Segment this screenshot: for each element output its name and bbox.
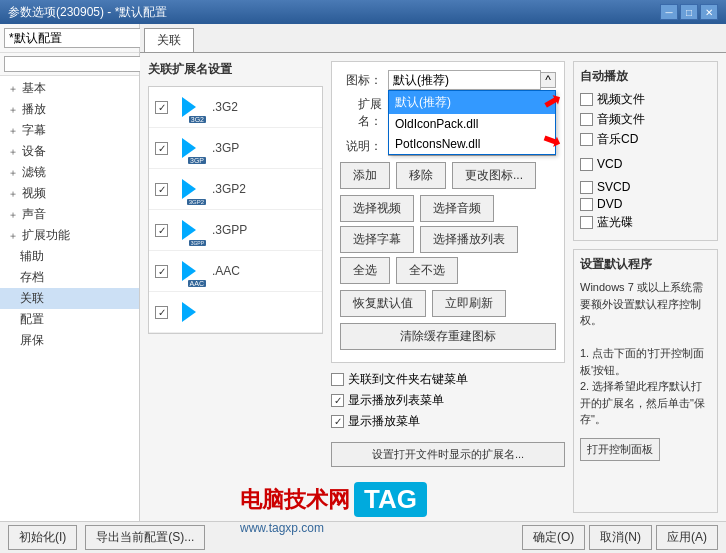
icon-dropdown[interactable]: [388, 70, 541, 90]
list-item[interactable]: AAC .AAC: [149, 251, 322, 292]
auto-vcd-checkbox[interactable]: [580, 158, 593, 171]
expand-icon: ＋: [8, 145, 18, 159]
sidebar-item-association[interactable]: 关联: [0, 288, 139, 309]
auto-svcd-checkbox[interactable]: [580, 181, 593, 194]
sidebar-item-screensaver[interactable]: 屏保: [0, 330, 139, 351]
auto-audio-checkbox[interactable]: [580, 113, 593, 126]
sidebar-item-subtitle[interactable]: ＋ 字幕: [0, 120, 139, 141]
init-button[interactable]: 初始化(I): [8, 525, 77, 550]
icon-settings-panel: 图标： ^ 默认(推荐) OldIconPack.dll PotIconsNew…: [331, 61, 565, 363]
file-ext: .3GPP: [212, 223, 247, 237]
file-checkbox[interactable]: [155, 142, 168, 155]
watermark: 电脑技术网 TAG www.tagxp.com: [240, 482, 427, 517]
dropdown-option-pot[interactable]: PotIconsNew.dll: [389, 134, 555, 154]
sidebar-item-basic[interactable]: ＋ 基本: [0, 78, 139, 99]
list-item[interactable]: 3GPP .3GPP: [149, 210, 322, 251]
dropdown-option-old[interactable]: OldIconPack.dll: [389, 114, 555, 134]
minimize-button[interactable]: ─: [660, 4, 678, 20]
sidebar-item-video[interactable]: ＋ 视频: [0, 183, 139, 204]
play-icon: [182, 302, 196, 322]
add-button[interactable]: 添加: [340, 162, 390, 189]
maximize-button[interactable]: □: [680, 4, 698, 20]
cancel-button[interactable]: 取消(N): [589, 525, 652, 550]
select-subtitle-button[interactable]: 选择字幕: [340, 226, 414, 253]
file-checkbox[interactable]: [155, 265, 168, 278]
auto-cd-checkbox[interactable]: [580, 133, 593, 146]
sidebar-item-extensions[interactable]: ＋ 扩展功能: [0, 225, 139, 246]
list-item[interactable]: 3GP .3GP: [149, 128, 322, 169]
select-audio-button[interactable]: 选择音频: [420, 195, 494, 222]
sidebar-item-device[interactable]: ＋ 设备: [0, 141, 139, 162]
auto-cd-label: 音乐CD: [597, 131, 638, 148]
list-item[interactable]: [149, 292, 322, 333]
play-icon: [182, 138, 196, 158]
auto-play-item-bluray: 蓝光碟: [580, 214, 711, 231]
apply-button[interactable]: 应用(A): [656, 525, 718, 550]
file-checkbox[interactable]: [155, 306, 168, 319]
play-icon: [182, 179, 196, 199]
sidebar-item-filter[interactable]: ＋ 滤镜: [0, 162, 139, 183]
auto-bluray-checkbox[interactable]: [580, 216, 593, 229]
select-video-button[interactable]: 选择视频: [340, 195, 414, 222]
link-folder-checkbox[interactable]: [331, 373, 344, 386]
clear-cache-button[interactable]: 清除缓存重建图标: [340, 323, 556, 350]
list-item[interactable]: 3G2 .3G2: [149, 87, 322, 128]
confirm-button[interactable]: 确定(O): [522, 525, 585, 550]
file-checkbox[interactable]: [155, 183, 168, 196]
sidebar-item-assist[interactable]: 辅助: [0, 246, 139, 267]
remove-button[interactable]: 移除: [396, 162, 446, 189]
search-input[interactable]: [4, 56, 150, 72]
auto-video-checkbox[interactable]: [580, 93, 593, 106]
expand-icon: ＋: [8, 187, 18, 201]
close-button[interactable]: ✕: [700, 4, 718, 20]
window-controls[interactable]: ─ □ ✕: [660, 4, 718, 20]
change-icon-button[interactable]: 更改图标...: [452, 162, 536, 189]
file-checkbox[interactable]: [155, 101, 168, 114]
set-ext-button[interactable]: 设置打开文件时显示的扩展名...: [331, 442, 565, 467]
default-program-desc: Windows 7 或以上系统需要额外设置默认程序控制权。 1. 点击下面的'打…: [580, 279, 711, 428]
sidebar-label: 基本: [22, 80, 46, 97]
show-playlist-label: 显示播放列表菜单: [348, 392, 444, 409]
sidebar-item-config[interactable]: 配置: [0, 309, 139, 330]
sidebar-item-playback[interactable]: ＋ 播放: [0, 99, 139, 120]
sidebar-item-archive[interactable]: 存档: [0, 267, 139, 288]
auto-play-title: 自动播放: [580, 68, 711, 85]
select-playlist-button[interactable]: 选择播放列表: [420, 226, 518, 253]
link-folder-row: 关联到文件夹右键菜单: [331, 371, 565, 388]
sidebar-label: 视频: [22, 185, 46, 202]
watermark-text: 电脑技术网: [240, 485, 350, 515]
watermark-url: www.tagxp.com: [240, 521, 324, 535]
file-icon: 3GPP: [174, 214, 206, 246]
file-icon: [174, 296, 206, 328]
sidebar-item-audio[interactable]: ＋ 声音: [0, 204, 139, 225]
show-playlist-checkbox[interactable]: [331, 394, 344, 407]
tab-association[interactable]: 关联: [144, 28, 194, 52]
expand-icon: ＋: [8, 229, 18, 243]
auto-play-item-vcd: VCD: [580, 157, 711, 171]
auto-dvd-checkbox[interactable]: [580, 198, 593, 211]
bottom-right-buttons: 确定(O) 取消(N) 应用(A): [522, 525, 718, 550]
deselect-all-button[interactable]: 全不选: [396, 257, 458, 284]
main-area: 关联 关联扩展名设置 3G2 .3G2: [140, 24, 726, 521]
sidebar-label: 存档: [20, 269, 44, 286]
file-badge: 3GPP: [189, 240, 206, 246]
desc-label: 说明：: [340, 138, 382, 155]
action-buttons-row2: 选择视频 选择音频: [340, 195, 556, 222]
export-button[interactable]: 导出当前配置(S)...: [85, 525, 205, 550]
auto-svcd-label: SVCD: [597, 180, 630, 194]
file-ext: .3GP2: [212, 182, 246, 196]
auto-bluray-label: 蓝光碟: [597, 214, 633, 231]
sidebar-label: 声音: [22, 206, 46, 223]
sidebar-label: 关联: [20, 290, 44, 307]
tab-bar: 关联: [140, 24, 726, 53]
sidebar-label: 辅助: [20, 248, 44, 265]
list-item[interactable]: 3GP2 .3GP2: [149, 169, 322, 210]
open-panel-button[interactable]: 打开控制面板: [580, 438, 660, 461]
refresh-button[interactable]: 立即刷新: [432, 290, 506, 317]
file-checkbox[interactable]: [155, 224, 168, 237]
action-buttons-row1: 添加 移除 更改图标...: [340, 162, 556, 189]
show-playback-checkbox[interactable]: [331, 415, 344, 428]
select-all-button[interactable]: 全选: [340, 257, 390, 284]
restore-defaults-button[interactable]: 恢复默认值: [340, 290, 426, 317]
dropdown-option-default[interactable]: 默认(推荐): [389, 91, 555, 114]
